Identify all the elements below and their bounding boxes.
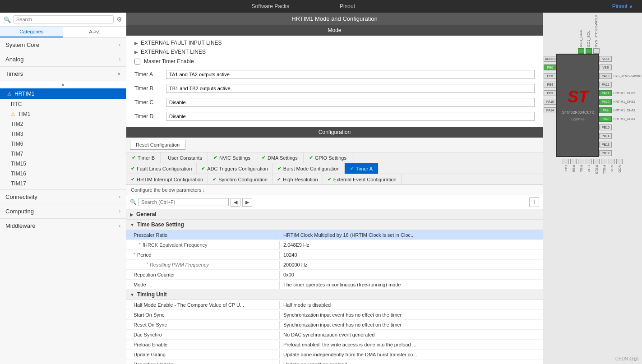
pin-box-boot0[interactable]: BOOT0: [544, 56, 556, 62]
tab-external-event[interactable]: ✔ External Event Configuration: [323, 174, 402, 184]
sidebar-item-tim17[interactable]: TIM17: [0, 179, 126, 189]
nav-pinout[interactable]: Pinout: [333, 1, 362, 11]
pin-box-pa11[interactable]: PA11: [599, 90, 612, 96]
section-timers-header[interactable]: Timers ∨: [0, 67, 126, 81]
pin-box-pa7-bot[interactable]: [563, 159, 569, 164]
pin-box-pb13[interactable]: PB13: [599, 142, 612, 147]
sidebar-item-rtc[interactable]: RTC: [0, 99, 126, 109]
pin-row-pa8[interactable]: PA8 HRTIM1_CHA1: [599, 115, 641, 123]
bottom-pin-pb1[interactable]: PB1: [578, 159, 584, 174]
pin-row-pa14[interactable]: PA14: [544, 107, 556, 114]
pin-box-pb3[interactable]: PB3: [544, 90, 556, 96]
pin-row-pb15[interactable]: PB15: [599, 124, 641, 131]
gear-icon[interactable]: ⚙: [116, 16, 122, 23]
pin-row-pb12[interactable]: PB12: [599, 150, 641, 157]
external-fault-row[interactable]: ▶ EXTERNAL FAULT INPUT LINES: [131, 38, 538, 47]
search-next-button[interactable]: ▶: [242, 198, 252, 207]
pinout-dropdown[interactable]: Pinout ∨: [607, 1, 638, 11]
group-general[interactable]: ▶ General: [126, 209, 543, 220]
pin-box-pa13[interactable]: PA13: [599, 73, 612, 79]
pin-box-vss-bot[interactable]: [609, 159, 615, 164]
bottom-pin-pb0[interactable]: PB0: [570, 159, 577, 174]
pin-row-pb3[interactable]: PB3: [544, 90, 556, 97]
sidebar-item-tim7[interactable]: TIM7: [0, 149, 126, 159]
section-computing-header[interactable]: Computing ›: [0, 204, 126, 218]
pin-box-vdd-bot[interactable]: [616, 159, 623, 164]
bottom-pin-vss-b[interactable]: VSS: [609, 159, 615, 174]
timer-d-select[interactable]: Disable TD1 and TD2 outputs active: [166, 112, 535, 121]
pin-row-pa10[interactable]: PA10 HRTIM1_CHB1: [599, 98, 641, 106]
tab-timer-b[interactable]: ✔ Timer B: [126, 152, 161, 163]
pin-box-pb0-bot[interactable]: [570, 159, 577, 164]
master-timer-checkbox[interactable]: [134, 59, 140, 65]
tab-categories[interactable]: Categories: [0, 27, 63, 37]
nav-software-packs[interactable]: Software Packs: [245, 1, 296, 11]
tab-dma-settings[interactable]: ✔ DMA Settings: [256, 152, 304, 163]
sidebar-item-tim16[interactable]: TIM16: [0, 169, 126, 179]
sidebar-search-input[interactable]: [14, 15, 114, 23]
sidebar-item-tim15[interactable]: TIM15: [0, 159, 126, 169]
tab-hrtim-interrupt[interactable]: ✔ HRTIM Interrupt Configuration: [126, 174, 208, 184]
tab-timer-a[interactable]: ✔ Timer A: [345, 163, 379, 174]
search-prev-button[interactable]: ◀: [231, 198, 240, 207]
tab-burst-mode[interactable]: ✔ Burst Mode Configuration: [273, 163, 345, 174]
pin-row-pa9[interactable]: PA9 HRTIM1_CHA2: [599, 107, 641, 114]
pin-row-pb5[interactable]: PB5: [544, 73, 556, 80]
group-time-base[interactable]: ▼ Time Base Setting: [126, 220, 543, 230]
sidebar-item-tim3[interactable]: TIM3: [0, 129, 126, 139]
group-timing-unit[interactable]: ▼ Timing Unit: [126, 290, 543, 300]
pin-box-pb15[interactable]: PB15: [599, 124, 612, 130]
timers-scroll-up[interactable]: ▲: [0, 81, 126, 88]
reset-configuration-button[interactable]: Reset Configuration: [130, 140, 185, 150]
pin-box-i2c1-sda[interactable]: [578, 48, 584, 54]
pin-row-pa15[interactable]: PA15: [544, 98, 556, 106]
pin-row-pa12[interactable]: PA12: [599, 81, 641, 88]
param-search-input[interactable]: [139, 198, 229, 206]
pin-box-pb4[interactable]: PB4: [544, 82, 556, 88]
pin-box-pa12[interactable]: PA12: [599, 82, 612, 88]
bottom-pin-pa7[interactable]: PA7: [563, 159, 569, 174]
top-pin-sys-jtck[interactable]: SYS_JTCK-SWCLK: [593, 15, 600, 54]
tab-fault-lines[interactable]: ✔ Fault Lines Configuration: [126, 163, 197, 174]
pin-box-pa10[interactable]: PA10: [599, 99, 612, 105]
pin-box-pb1-bot[interactable]: [578, 159, 584, 164]
pin-box-pb11-bot[interactable]: [601, 159, 607, 164]
timer-a-select[interactable]: TA1 and TA2 outputs active Disable TA1 o…: [166, 70, 535, 79]
sidebar-item-hrtim1[interactable]: ⚠ HRTIM1: [0, 88, 126, 99]
pin-box-pb6[interactable]: PB6: [544, 65, 556, 70]
timer-b-select[interactable]: TB1 and TB2 outputs active Disable: [166, 84, 535, 93]
sidebar-item-tim6[interactable]: TIM6: [0, 139, 126, 149]
pin-box-pb10-bot[interactable]: [593, 159, 600, 164]
sidebar-item-tim1[interactable]: ⚠ TIM1: [0, 109, 126, 119]
pin-box-pb12[interactable]: PB12: [599, 150, 612, 156]
section-connectivity-header[interactable]: Connectivity ›: [0, 190, 126, 204]
pin-box-pa9[interactable]: PA9: [599, 107, 612, 113]
tab-user-constants[interactable]: User Constants: [161, 152, 208, 163]
pin-box-pa14[interactable]: PA14: [544, 107, 556, 113]
tab-synchro-config[interactable]: ✔ Synchro Configuration: [208, 174, 273, 184]
pin-box-vdd-r[interactable]: VDD: [599, 56, 612, 62]
top-pin-i2c1-sda[interactable]: I2C1_SDA: [578, 30, 584, 54]
tab-gpio-settings[interactable]: ✔ GPIO Settings: [304, 152, 352, 163]
pin-box-pa15[interactable]: PA15: [544, 99, 556, 105]
timer-c-select[interactable]: Disable TC1 and TC2 outputs active: [166, 98, 535, 107]
pin-box-pa8[interactable]: PA8: [599, 116, 612, 122]
pin-row-pa13[interactable]: PA13 SYS_JTMS-SWDIO: [599, 73, 641, 80]
bottom-pin-pb10[interactable]: PB10: [593, 159, 600, 174]
section-system-core-header[interactable]: System Core ›: [0, 38, 126, 52]
pin-box-i2c1-scl[interactable]: [586, 48, 592, 54]
pin-box-pb14[interactable]: PB14: [599, 133, 612, 139]
pin-row-pb6[interactable]: PB6: [544, 64, 556, 71]
external-event-row[interactable]: ▶ EXTERNAL EVENT LINES: [131, 47, 538, 56]
bottom-pin-vdd-b[interactable]: VDD: [616, 159, 623, 174]
pin-row-pa11[interactable]: PA11 HRTIM1_CHB2: [599, 90, 641, 97]
bottom-pin-pb2[interactable]: PB2: [586, 159, 592, 174]
pin-row-boot0[interactable]: BOOT0: [544, 55, 556, 63]
pin-row-pb4[interactable]: PB4: [544, 81, 556, 88]
tab-atoz[interactable]: A->Z: [63, 27, 126, 37]
section-middleware-header[interactable]: Middleware ›: [0, 219, 126, 233]
pin-box-pb5[interactable]: PB5: [544, 73, 556, 79]
info-button[interactable]: i: [529, 197, 539, 207]
pin-row-pb13[interactable]: PB13: [599, 141, 641, 148]
pin-box-pb2-bot[interactable]: [586, 159, 592, 164]
